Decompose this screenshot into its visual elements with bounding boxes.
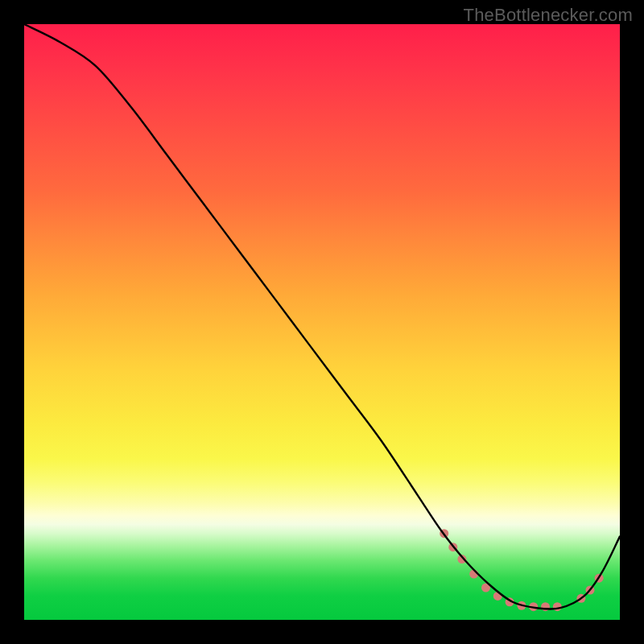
watermark-text: TheBottlenecker.com [464,5,633,26]
bottleneck-curve [24,24,620,609]
gradient-plot-area [24,24,620,620]
chart-outer: TheBottlenecker.com [0,0,644,644]
curve-layer [24,24,620,620]
marker-dot [553,602,562,611]
